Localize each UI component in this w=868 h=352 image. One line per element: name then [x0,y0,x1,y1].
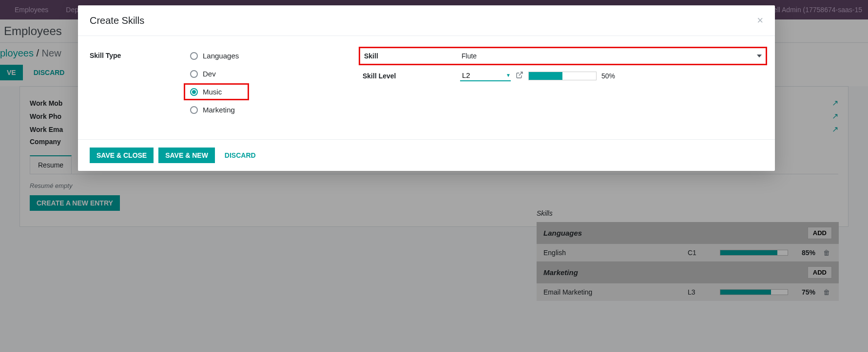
close-icon[interactable]: × [757,14,763,27]
save-and-close-button[interactable]: SAVE & CLOSE [90,148,154,163]
radio-dev[interactable]: Dev [187,69,242,79]
radio-languages[interactable]: Languages [187,51,242,61]
save-and-new-button[interactable]: SAVE & NEW [158,148,215,163]
radio-music[interactable]: Music [187,87,242,97]
chevron-down-icon[interactable]: ▼ [506,73,511,78]
label-skill-level: Skill Level [363,72,460,80]
radio-icon [190,52,198,60]
modal-discard-button[interactable]: DISCARD [220,148,261,163]
label-skill-type: Skill Type [90,51,187,115]
modal-title: Create Skills [90,15,144,26]
skill-select[interactable]: Flute [462,51,762,61]
skill-level-percent: 50% [601,72,615,80]
radio-marketing[interactable]: Marketing [187,105,242,115]
skill-level-progress [528,72,597,80]
external-link-icon[interactable] [516,71,523,80]
skill-level-input[interactable] [460,70,504,80]
svg-line-0 [519,72,522,75]
radio-icon [190,106,198,114]
radio-icon [190,88,198,96]
skill-value: Flute [462,52,477,60]
create-skills-modal: Create Skills × Skill Type Languages Dev… [78,5,775,171]
label-skill: Skill [364,52,462,60]
radio-icon [190,70,198,78]
chevron-down-icon [757,55,762,57]
